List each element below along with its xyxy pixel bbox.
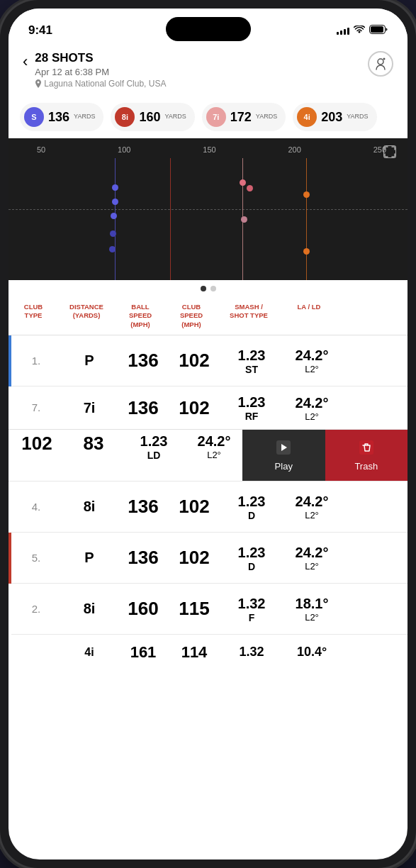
action-button[interactable] [368,51,393,77]
club-dist-7i: 172 [230,110,252,125]
col-header-la: LA / LD [281,300,337,332]
back-button[interactable]: ‹ [23,52,28,71]
exp-la: 24.2° L2° [186,430,242,481]
header-left: ‹ 28 SHOTS Apr 12 at 6:38 PM Laguna Nati… [23,51,166,89]
chart-midline [9,209,407,210]
row7-ball-speed: 102 [169,394,220,422]
club-pills-container: S 136 YARDS 8i 160 YARDS 7i 172 YARDS 4i… [9,97,407,138]
row7-num: 7. [11,399,61,417]
row7-distance: 136 [118,394,169,422]
table-header: CLUBTYPE DISTANCE(YARDS) BALLSPEED(MPH) … [9,297,407,335]
play-icon [276,440,291,460]
row4-num: 4. [11,498,61,516]
svg-point-2 [378,59,383,65]
svg-rect-1 [371,26,383,33]
row2-ball-speed: 115 [169,595,220,623]
table-row: 4. 8i 136 102 1.23 D [9,482,407,533]
club-pill-4i[interactable]: 4i 203 YARDS [293,103,376,131]
row1-club: P [61,350,118,372]
col-header-club: CLUBTYPE [9,300,58,332]
row4-la: 24.2° L2° [283,490,340,523]
table-row: 2. 8i 160 115 1. [9,584,407,635]
header: ‹ 28 SHOTS Apr 12 at 6:38 PM Laguna Nati… [9,45,407,97]
table-row: 5. P 136 102 1.23 D [9,533,407,584]
row2-la: 18.1° L2° [283,592,340,625]
chart-axis: 50 100 150 200 250 [9,138,407,154]
row7-smash: 1.23 RF [220,391,283,425]
row5-ball-speed: 102 [169,544,220,572]
signal-icon [337,26,349,35]
svg-rect-7 [359,440,373,455]
col-header-club-speed: CLUBSPEED(MPH) [166,300,217,332]
club-dist-s: 136 [48,110,69,125]
club-dist-8i: 160 [139,110,160,125]
row5-club: P [61,547,118,569]
row2-distance: 160 [118,595,169,623]
trash-icon [359,440,374,460]
trash-button[interactable]: Trash [325,430,408,481]
row5-smash: 1.23 D [220,541,283,575]
play-button[interactable]: Play [242,430,325,481]
header-info: 28 SHOTS Apr 12 at 6:38 PM Laguna Nation… [35,51,166,89]
trash-label: Trash [354,461,378,472]
row5-num: 5. [11,549,61,567]
row5-la: 24.2° L2° [283,541,340,574]
table-row-expanded: 7. 7i 136 102 1. [9,386,407,482]
row1-smash: 1.23 ST [220,344,283,378]
page-dot-1[interactable] [201,286,206,291]
club-pill-7i[interactable]: 7i 172 YARDS [202,103,286,131]
col-header-distance: DISTANCE(YARDS) [58,300,115,332]
club-dist-4i: 203 [321,110,342,125]
status-icons [337,25,388,36]
row7-la: 24.2° L2° [283,391,340,425]
row2-num: 2. [11,600,61,618]
club-badge-4i: 4i [297,107,317,127]
page-dot-2[interactable] [210,286,216,291]
phone-frame: 9:41 [0,0,416,868]
row5-distance: 136 [118,544,169,572]
battery-icon [369,25,388,36]
row4-distance: 136 [118,493,169,521]
row4-club: 8i [61,496,118,518]
exp-distance: 102 [9,430,65,481]
col-header-smash: SMASH /SHOT TYPE [217,300,281,332]
shot-chart: 50 100 150 200 250 [9,138,407,280]
wifi-icon [354,26,365,36]
club-badge-8i: 8i [115,107,135,127]
session-location: Laguna National Golf Club, USA [35,79,166,89]
expand-chart-button[interactable] [383,145,396,161]
row2-smash: 1.32 F [220,592,283,626]
pagination [9,280,407,297]
exp-ball-speed: 83 [65,430,122,481]
dynamic-island [166,17,251,41]
col-header-ball-speed: BALLSPEED(MPH) [115,300,166,332]
row1-distance: 136 [118,347,169,374]
row1-num: 1. [11,352,61,370]
expanded-row-actions: 102 83 1.23 LD 24.2° L2° [9,429,407,481]
table-row: 1. P 136 102 1.23 ST [9,335,407,386]
club-badge-s: S [24,107,44,127]
club-pill-s[interactable]: S 136 YARDS [20,103,103,131]
status-bar: 9:41 [9,9,407,45]
row2-club: 8i [61,598,118,620]
shots-table: CLUBTYPE DISTANCE(YARDS) BALLSPEED(MPH) … [9,297,407,662]
club-pill-8i[interactable]: 8i 160 YARDS [111,103,194,131]
page-title: 28 SHOTS [35,51,166,65]
row7-club: 7i [61,397,118,419]
status-time: 9:41 [28,23,52,38]
row4-ball-speed: 102 [169,493,220,521]
exp-smash: 1.23 LD [122,430,186,481]
row1-la: 24.2° L2° [283,344,340,377]
row4-smash: 1.23 D [220,490,283,524]
svg-point-3 [383,58,386,60]
play-label: Play [275,461,293,472]
phone-screen: 9:41 [9,9,407,859]
table-row-partial: 4i 161 114 1.32 [9,635,407,662]
row1-ball-speed: 102 [169,347,220,374]
session-date: Apr 12 at 6:38 PM [35,67,166,77]
svg-rect-4 [384,146,396,158]
club-badge-7i: 7i [206,107,226,127]
